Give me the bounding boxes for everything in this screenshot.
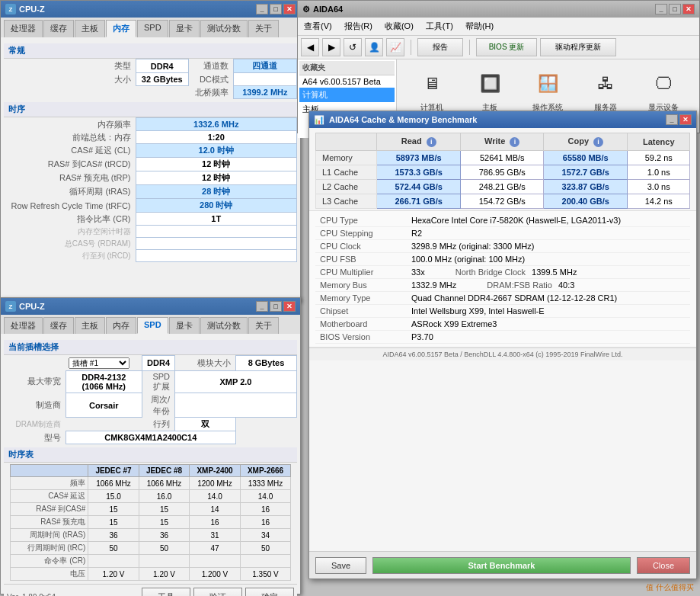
write-info-icon[interactable]: i [510, 137, 519, 147]
tab-cache[interactable]: 缓存 [43, 20, 74, 37]
cpuz-window-2: Z CPU-Z _ □ ✕ 处理器 缓存 主板 内存 SPD 显卡 测试分数 关… [0, 297, 301, 594]
watermark: 值 什么值得买 [646, 582, 694, 593]
forward-btn[interactable]: ▶ [322, 38, 340, 56]
aida-icon-3[interactable]: 🖧服务器 [583, 69, 628, 113]
tab-memory[interactable]: 内存 [106, 20, 136, 37]
spec-value-4: 33x [411, 268, 425, 277]
menu-report[interactable]: 报告(R) [341, 19, 376, 34]
bench-cell-0-1: 58973 MB/s [377, 150, 461, 165]
aida-menubar: 查看(V) 报告(R) 收藏(O) 工具(T) 帮助(H) [298, 18, 699, 36]
start-benchmark-button[interactable]: Start Benchmark [372, 557, 631, 574]
aida-icon-1[interactable]: 🔲主板 [467, 69, 513, 113]
slot-table: 插槽 #1 DDR4 模块大小 8 GBytes 最大带宽 DDR4-2132 … [4, 355, 297, 444]
aida-icon-2[interactable]: 🪟操作系统 [525, 69, 571, 113]
cpuz2-close[interactable]: ✕ [283, 301, 296, 312]
fav-item-1[interactable]: 计算机 [299, 88, 395, 102]
spec-row-9: ChipsetIntel Wellsburg X99, Intel Haswel… [315, 305, 690, 318]
rcd-value: 12 时钟 [136, 158, 296, 171]
size-value: 32 GBytes [136, 73, 188, 86]
menu-tools[interactable]: 工具(T) [423, 19, 456, 34]
aida-icon-0[interactable]: 🖥计算机 [409, 69, 455, 113]
menu-favorites[interactable]: 收藏(O) [382, 19, 417, 34]
bench-cell-0-0: Memory [316, 150, 377, 165]
cpuz2-tab-processor[interactable]: 处理器 [4, 317, 43, 334]
spec-label-10: Motherboard [320, 319, 411, 328]
read-info-icon[interactable]: i [427, 137, 436, 147]
cpuz2-tab-gpu[interactable]: 显卡 [169, 317, 200, 334]
cpuz2-tab-mainboard[interactable]: 主板 [75, 317, 105, 334]
cpuz2-tab-score[interactable]: 测试分数 [200, 317, 248, 334]
timing-cell-2-3: 16 [240, 503, 291, 516]
timing-cell-1-3: 14.0 [240, 490, 291, 503]
aida-main-controls: _ □ ✕ [655, 4, 695, 14]
timing-cell-3-1: 15 [139, 516, 190, 529]
menu-view[interactable]: 查看(V) [301, 19, 335, 34]
cpuz1-maximize[interactable]: □ [270, 4, 282, 14]
bios-btn[interactable]: BIOS 更新 [476, 38, 537, 56]
bench-icon: 📊 [314, 115, 324, 125]
bench-cell-3-4: 14.2 ns [628, 194, 690, 208]
tab-score[interactable]: 测试分数 [200, 20, 248, 37]
fav-item-0[interactable]: A64 v6.00.5157 Beta [299, 75, 395, 88]
bench-close-x[interactable]: ✕ [679, 114, 692, 125]
bench-minimize[interactable]: _ [666, 114, 678, 125]
timing-cell-6-3 [240, 555, 291, 568]
tool-btn[interactable]: 工具 [142, 588, 190, 596]
ok-btn[interactable]: 确定 [245, 588, 294, 596]
timing-cell-3-0: 15 [88, 516, 139, 529]
cpuz1-minimize[interactable]: _ [256, 4, 268, 14]
timing-cell-0-0: 1066 MHz [88, 477, 139, 490]
aida-close[interactable]: ✕ [682, 4, 695, 14]
cpuz2-tab-cache[interactable]: 缓存 [43, 317, 74, 334]
part-val: CMK8GX4M1A2400C14 [66, 431, 235, 444]
aida-icon-box-2: 🪟 [532, 69, 563, 99]
cpuz2-minimize[interactable]: _ [256, 301, 268, 312]
bench-cell-2-3: 323.87 GB/s [544, 179, 628, 194]
cpuz2-tab-spd[interactable]: SPD [137, 317, 168, 334]
validate-btn[interactable]: 验证 [193, 588, 242, 596]
menu-help[interactable]: 帮助(H) [462, 19, 497, 34]
tab-about[interactable]: 关于 [248, 20, 279, 37]
rows-val: 双 [175, 418, 236, 431]
cr-label: 指令比率 (CR) [4, 213, 136, 226]
tab-mainboard[interactable]: 主板 [75, 20, 105, 37]
tras-value: 28 时钟 [136, 185, 296, 199]
chart-btn[interactable]: 📈 [386, 38, 404, 56]
driver-btn[interactable]: 驱动程序更新 [540, 38, 616, 56]
close-button[interactable]: Close [637, 557, 690, 574]
general-table: 类型 DDR4 通道数 四通道 大小 32 GBytes DC模式 北桥频率 1… [4, 59, 297, 99]
report-toolbar-btn[interactable]: 报告 [417, 38, 463, 56]
bench-cell-0-4: 59.2 ns [628, 150, 690, 165]
bench-cell-0-3: 65580 MB/s [544, 150, 628, 165]
tab-processor[interactable]: 处理器 [4, 20, 43, 37]
save-button[interactable]: Save [315, 557, 366, 574]
spec-label-4: CPU Multiplier [320, 268, 411, 277]
aida-minimize[interactable]: _ [655, 4, 667, 14]
total-cas-label: 总CAS号 (RDRAM) [4, 238, 136, 250]
free1-val [136, 226, 296, 238]
copy-info-icon[interactable]: i [593, 137, 603, 147]
th-xmp2400: XMP-2400 [190, 465, 241, 477]
cpuz1-close[interactable]: ✕ [283, 4, 296, 14]
bench-titlebar: 📊 AIDA64 Cache & Memory Benchmark _ ✕ [309, 111, 696, 128]
tab-spd[interactable]: SPD [137, 20, 168, 37]
back-btn[interactable]: ◀ [301, 38, 319, 56]
total-cas-val [136, 238, 296, 250]
cpuz2-icon: Z [5, 301, 16, 312]
user-btn[interactable]: 👤 [365, 38, 383, 56]
tab-gpu[interactable]: 显卡 [169, 20, 200, 37]
aida-icon-4[interactable]: 🖵显示设备 [641, 69, 686, 113]
cpuz2-maximize[interactable]: □ [270, 301, 282, 312]
timing-cell-7-0: 1.20 V [88, 568, 139, 581]
refresh-btn[interactable]: ↺ [344, 38, 362, 56]
cpuz2-tab-about[interactable]: 关于 [248, 317, 279, 334]
week-label: 周次/年份 [142, 393, 175, 418]
slot-dropdown[interactable]: 插槽 #1 [66, 356, 133, 371]
aida-maximize[interactable]: □ [669, 4, 681, 14]
timing-cell-1-2: 14.0 [190, 490, 241, 503]
cpuz1-title: CPU-Z [19, 5, 45, 14]
th-jedec7: JEDEC #7 [88, 465, 139, 477]
nb-value: 1399.2 MHz [233, 86, 296, 99]
cpuz2-tab-memory[interactable]: 内存 [106, 317, 136, 334]
maxbw-val: DDR4-2132 (1066 MHz) [66, 370, 142, 393]
